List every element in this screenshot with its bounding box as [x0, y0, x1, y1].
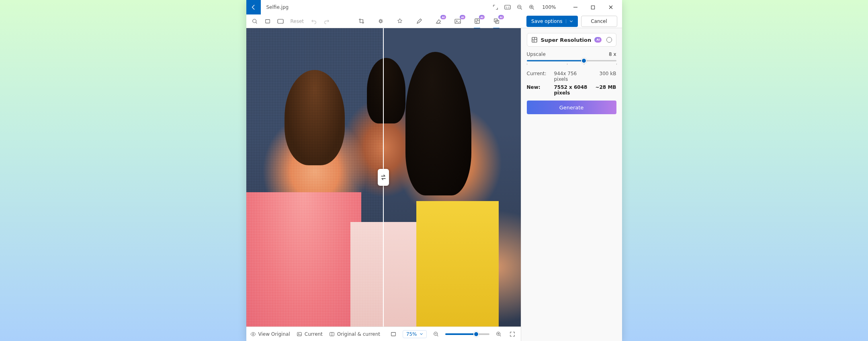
ai-badge-icon: AI: [460, 15, 465, 19]
view-current-label: Current: [305, 331, 323, 337]
new-filesize: ~28 MB: [594, 84, 616, 96]
svg-rect-4: [591, 6, 594, 9]
upscale-section: Upscale 8 x: [527, 51, 616, 64]
reset-button[interactable]: Reset: [289, 18, 306, 24]
background-ai-icon[interactable]: AI: [453, 17, 462, 26]
view-original-button[interactable]: View Original: [250, 331, 290, 337]
new-label: New:: [527, 84, 551, 96]
footer-right: 75%: [389, 330, 517, 339]
svg-text:1:1: 1:1: [506, 6, 510, 9]
view-current-button[interactable]: Current: [297, 331, 323, 337]
upscale-value: 8 x: [609, 51, 616, 57]
filter-icon[interactable]: [395, 17, 404, 26]
toolbar-right: Save options Cancel: [526, 16, 617, 27]
chevron-down-icon: [420, 332, 423, 336]
view-compare-button[interactable]: Original & current: [329, 331, 380, 337]
undo-icon[interactable]: [309, 17, 318, 26]
upscale-slider[interactable]: [527, 57, 616, 64]
compare-handle[interactable]: [378, 169, 389, 186]
erase-ai-icon[interactable]: AI: [434, 17, 443, 26]
svg-point-8: [379, 20, 382, 23]
super-resolution-card[interactable]: Super Resolution AI: [527, 33, 616, 47]
upscale-label: Upscale: [527, 51, 546, 57]
actual-size-icon[interactable]: [276, 17, 285, 26]
canvas-zoom-slider[interactable]: [445, 333, 489, 335]
chevron-down-icon[interactable]: [566, 19, 573, 23]
zoom-in-icon[interactable]: [528, 4, 535, 10]
toolbar-left: Reset: [250, 17, 332, 26]
new-dimensions: 7552 x 6048 pixels: [554, 84, 591, 96]
resolution-icon: [531, 37, 538, 43]
close-button[interactable]: [602, 0, 620, 14]
size-info: Current: 944x 756 pixels 300 kB New: 755…: [527, 71, 616, 96]
title-bar: Selfie.jpg 1:1 100%: [246, 0, 622, 14]
canvas-zoom-dropdown[interactable]: 75%: [403, 330, 427, 338]
crop-icon[interactable]: [357, 17, 366, 26]
panel-title: Super Resolution: [541, 37, 592, 43]
slider-thumb[interactable]: [581, 58, 587, 64]
view-compare-label: Original & current: [337, 331, 380, 337]
svg-rect-18: [391, 332, 396, 336]
toolbar: Reset AI AI AI AI: [246, 14, 622, 28]
svg-rect-7: [278, 19, 283, 23]
svg-rect-6: [265, 19, 270, 23]
new-size-row: New: 7552 x 6048 pixels ~28 MB: [527, 84, 616, 96]
generate-label: Generate: [559, 105, 584, 111]
radio-toggle[interactable]: [606, 37, 612, 43]
fit-icon[interactable]: [389, 330, 398, 339]
current-label: Current:: [527, 71, 551, 82]
window-controls: [567, 0, 620, 14]
body: View Original Current Original & current…: [246, 28, 622, 341]
back-button[interactable]: [246, 0, 261, 14]
markup-icon[interactable]: [415, 17, 424, 26]
zoom-out-icon[interactable]: [516, 4, 523, 10]
title-bar-right: 1:1 100%: [492, 0, 622, 14]
current-dimensions: 944x 756 pixels: [554, 71, 591, 82]
redo-icon[interactable]: [322, 17, 331, 26]
save-options-button[interactable]: Save options: [526, 16, 577, 27]
svg-point-5: [252, 19, 256, 23]
app-window: Selfie.jpg 1:1 100%: [246, 0, 622, 341]
super-resolution-tab-icon[interactable]: AI: [473, 17, 481, 26]
current-size-row: Current: 944x 756 pixels 300 kB: [527, 71, 616, 82]
zoom-tool-icon[interactable]: [250, 17, 259, 26]
arrow-left-icon: [251, 4, 256, 10]
ai-badge-icon: AI: [440, 15, 446, 19]
zoom-level[interactable]: 100%: [540, 4, 557, 10]
side-panel: Super Resolution AI Upscale 8 x: [521, 28, 622, 341]
generate-button[interactable]: Generate: [527, 101, 616, 114]
minimize-button[interactable]: [567, 0, 584, 14]
aspect-ratio-icon[interactable]: 1:1: [504, 4, 511, 10]
image-canvas[interactable]: [246, 28, 521, 327]
file-name: Selfie.jpg: [266, 4, 289, 10]
footer-zoom-in-icon[interactable]: [494, 330, 503, 339]
eye-icon: [250, 331, 256, 337]
upscale-header: Upscale 8 x: [527, 51, 616, 57]
generative-ai-icon[interactable]: AI: [492, 17, 501, 26]
cancel-button[interactable]: Cancel: [581, 16, 617, 27]
toolbar-center: AI AI AI AI: [357, 17, 501, 26]
fullscreen-icon[interactable]: [508, 330, 517, 339]
expand-icon[interactable]: [492, 4, 499, 10]
swap-icon: [380, 174, 387, 181]
save-label: Save options: [531, 18, 562, 24]
ai-badge-icon: AI: [479, 15, 485, 19]
ai-badge-icon: AI: [498, 15, 504, 19]
current-filesize: 300 kB: [594, 71, 616, 82]
canvas-footer: View Original Current Original & current…: [246, 327, 521, 341]
slider-thumb[interactable]: [473, 331, 479, 337]
canvas-area: View Original Current Original & current…: [246, 28, 521, 341]
maximize-button[interactable]: [584, 0, 602, 14]
split-icon: [329, 331, 335, 337]
footer-zoom-out-icon[interactable]: [432, 330, 440, 339]
canvas-zoom-value: 75%: [406, 331, 417, 337]
ai-badge-icon: AI: [594, 37, 602, 43]
view-original-label: View Original: [258, 331, 290, 337]
adjust-icon[interactable]: [376, 17, 385, 26]
svg-point-14: [252, 333, 254, 335]
fit-screen-icon[interactable]: [263, 17, 272, 26]
image-icon: [297, 331, 302, 337]
